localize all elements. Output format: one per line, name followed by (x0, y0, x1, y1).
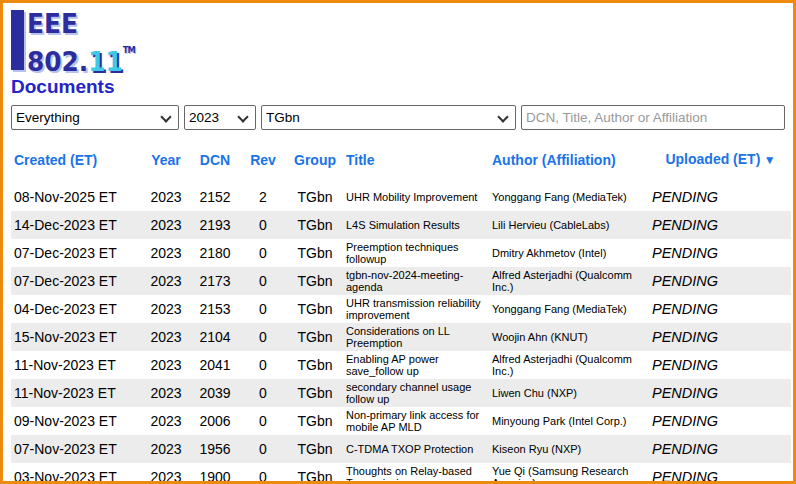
cell-created: 14-Dec-2023 ET (11, 211, 142, 239)
cell-uploaded: PENDING (642, 407, 791, 435)
table-row[interactable]: 15-Nov-2023 ET202321040TGbnConsideration… (11, 323, 791, 351)
cell-title: Non-primary link access for mobile AP ML… (344, 407, 490, 435)
logo-line1: EEE (27, 10, 135, 37)
cell-year: 2023 (142, 295, 190, 323)
cell-group: TGbn (286, 323, 344, 351)
cell-dcn: 2039 (190, 379, 240, 407)
filter-bar: Everything 2023 TGbn (11, 105, 785, 130)
column-label: Title (346, 152, 375, 168)
cell-title: UHR transmission reliability improvement (344, 295, 490, 323)
logo-line2: 802.11TM (27, 37, 135, 75)
cell-year: 2023 (142, 183, 190, 211)
cell-title: C-TDMA TXOP Protection (344, 435, 490, 463)
cell-dcn: 2193 (190, 211, 240, 239)
cell-title: Considerations on LL Preemption (344, 323, 490, 351)
table-row[interactable]: 07-Dec-2023 ET202321800TGbnPreemption te… (11, 239, 791, 267)
cell-created: 07-Dec-2023 ET (11, 239, 142, 267)
page-title: Documents (11, 76, 785, 98)
cell-author: Yonggang Fang (MediaTek) (490, 295, 642, 323)
cell-dcn: 2173 (190, 267, 240, 295)
table-row[interactable]: 04-Dec-2023 ET202321530TGbnUHR transmiss… (11, 295, 791, 323)
documents-table: Created (ET)YearDCNRevGroupTitleAuthor (… (11, 137, 791, 484)
scope-select-wrapper: Everything (11, 105, 179, 130)
table-row[interactable]: 09-Nov-2023 ET202320060TGbnNon-primary l… (11, 407, 791, 435)
trademark-symbol: TM (123, 45, 135, 55)
table-row[interactable]: 03-Nov-2023 ET202319000TGbnThoughts on R… (11, 463, 791, 484)
cell-group: TGbn (286, 267, 344, 295)
cell-uploaded: PENDING (642, 435, 791, 463)
logo-11: 11 (88, 46, 123, 77)
search-input[interactable] (521, 105, 785, 130)
column-header-author[interactable]: Author (Affiliation) (490, 137, 642, 183)
year-select[interactable]: 2023 (184, 105, 256, 130)
cell-author: Alfred Asterjadhi (Qualcomm Inc.) (490, 351, 642, 379)
cell-rev: 0 (240, 267, 286, 295)
cell-year: 2023 (142, 379, 190, 407)
column-header-year[interactable]: Year (142, 137, 190, 183)
group-select-wrapper: TGbn (261, 105, 516, 130)
cell-uploaded: PENDING (642, 463, 791, 484)
cell-author: Woojin Ahn (KNUT) (490, 323, 642, 351)
table-row[interactable]: 08-Nov-2025 ET202321522TGbnUHR Mobility … (11, 183, 791, 211)
cell-group: TGbn (286, 463, 344, 484)
cell-dcn: 2153 (190, 295, 240, 323)
cell-year: 2023 (142, 323, 190, 351)
column-header-created[interactable]: Created (ET) (11, 137, 142, 183)
cell-year: 2023 (142, 463, 190, 484)
cell-group: TGbn (286, 295, 344, 323)
cell-group: TGbn (286, 211, 344, 239)
sort-descending-icon: ▼ (760, 153, 775, 167)
cell-title: secondary channel usage follow up (344, 379, 490, 407)
cell-rev: 0 (240, 351, 286, 379)
cell-dcn: 2041 (190, 351, 240, 379)
table-row[interactable]: 11-Nov-2023 ET202320410TGbnEnabling AP p… (11, 351, 791, 379)
group-select[interactable]: TGbn (261, 105, 516, 130)
cell-rev: 0 (240, 407, 286, 435)
column-header-group[interactable]: Group (286, 137, 344, 183)
cell-uploaded: PENDING (642, 379, 791, 407)
cell-group: TGbn (286, 407, 344, 435)
table-row[interactable]: 07-Nov-2023 ET202319560TGbnC-TDMA TXOP P… (11, 435, 791, 463)
cell-year: 2023 (142, 351, 190, 379)
logo-vertical-bar (11, 10, 24, 70)
cell-rev: 0 (240, 239, 286, 267)
cell-rev: 2 (240, 183, 286, 211)
table-row[interactable]: 14-Dec-2023 ET202321930TGbnL4S Simulatio… (11, 211, 791, 239)
column-header-rev[interactable]: Rev (240, 137, 286, 183)
cell-dcn: 2006 (190, 407, 240, 435)
column-label: Group (294, 152, 336, 168)
table-row[interactable]: 07-Dec-2023 ET202321730TGbntgbn-nov-2024… (11, 267, 791, 295)
cell-group: TGbn (286, 435, 344, 463)
cell-created: 15-Nov-2023 ET (11, 323, 142, 351)
cell-created: 03-Nov-2023 ET (11, 463, 142, 484)
cell-author: Minyoung Park (Intel Corp.) (490, 407, 642, 435)
cell-year: 2023 (142, 211, 190, 239)
cell-author: Yue Qi (Samsung Research America) (490, 463, 642, 484)
column-header-uploaded[interactable]: Uploaded (ET) ▼ (642, 137, 791, 183)
cell-uploaded: PENDING (642, 295, 791, 323)
cell-rev: 0 (240, 379, 286, 407)
documents-page: EEE 802.11TM Documents Everything 2023 T… (3, 3, 793, 484)
column-label: Created (ET) (14, 152, 97, 168)
cell-dcn: 2180 (190, 239, 240, 267)
cell-group: TGbn (286, 379, 344, 407)
column-header-title[interactable]: Title (344, 137, 490, 183)
cell-author: Kiseon Ryu (NXP) (490, 435, 642, 463)
cell-uploaded: PENDING (642, 239, 791, 267)
cell-uploaded: PENDING (642, 351, 791, 379)
cell-uploaded: PENDING (642, 323, 791, 351)
cell-rev: 0 (240, 435, 286, 463)
column-label: DCN (200, 152, 230, 168)
table-row[interactable]: 11-Nov-2023 ET202320390TGbnsecondary cha… (11, 379, 791, 407)
column-label: Author (Affiliation) (492, 152, 616, 168)
cell-author: Yonggang Fang (MediaTek) (490, 183, 642, 211)
scope-select[interactable]: Everything (11, 105, 179, 130)
header-row: Created (ET)YearDCNRevGroupTitleAuthor (… (11, 137, 791, 183)
cell-group: TGbn (286, 183, 344, 211)
cell-author: Liwen Chu (NXP) (490, 379, 642, 407)
cell-uploaded: PENDING (642, 267, 791, 295)
column-label: Rev (250, 152, 276, 168)
cell-author: Lili Hervieu (CableLabs) (490, 211, 642, 239)
ieee-802-11-logo: EEE 802.11TM (11, 10, 785, 70)
column-header-dcn[interactable]: DCN (190, 137, 240, 183)
